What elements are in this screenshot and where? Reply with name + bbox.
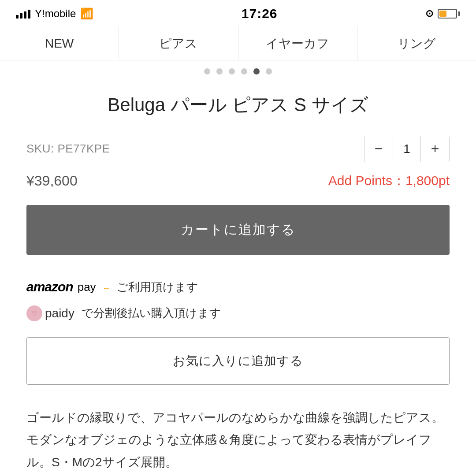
wishlist-button[interactable]: お気に入りに追加する [26, 337, 450, 385]
paidy-text: paidy [45, 306, 74, 320]
dot-3[interactable] [229, 68, 235, 74]
price-points-row: ¥39,600 Add Points：1,800pt [26, 172, 450, 190]
dot-2[interactable] [216, 68, 223, 74]
carrier-label: Y!mobile [35, 7, 76, 20]
amazon-text: amazon [26, 279, 73, 294]
status-bar: Y!mobile 📶 17:26 ⊙ [0, 0, 476, 26]
amazon-pay-label: ご利用頂けます [116, 279, 198, 295]
amazon-pay-row: amazon pay ⌣ ご利用頂けます [26, 279, 450, 295]
sku-label: SKU: PE77KPE [26, 142, 110, 156]
dot-6[interactable] [266, 68, 272, 74]
amazon-smile-icon: ⌣ [103, 282, 109, 294]
quantity-decrease-button[interactable]: − [364, 136, 393, 162]
battery-tip [458, 11, 460, 16]
dot-1[interactable] [204, 68, 210, 74]
add-points-label: Add Points：1,800pt [328, 172, 450, 190]
add-to-cart-button[interactable]: カートに追加する [26, 205, 450, 255]
status-right: ⊙ [425, 8, 460, 19]
battery-fill [439, 11, 446, 17]
product-price: ¥39,600 [26, 173, 78, 189]
payment-section: amazon pay ⌣ ご利用頂けます ♡ paidy で分割後払い購入頂けま… [0, 279, 476, 321]
tab-new[interactable]: NEW [0, 27, 119, 59]
screen-rotation-icon: ⊙ [425, 8, 433, 19]
dot-4[interactable] [241, 68, 247, 74]
product-title: Beluga パール ピアス S サイズ [26, 92, 450, 118]
clock: 17:26 [242, 6, 278, 21]
quantity-increase-button[interactable]: + [421, 136, 449, 162]
tab-earcuff[interactable]: イヤーカフ [238, 26, 357, 60]
tab-ring[interactable]: リング [357, 26, 476, 60]
battery-indicator [438, 9, 460, 19]
quantity-control: − 1 + [364, 136, 450, 162]
wifi-icon: 📶 [80, 7, 93, 20]
paidy-label: で分割後払い購入頂けます [82, 305, 221, 321]
product-description: ゴールドの縁取りで、アコヤパールのなめらかな曲線を強調したピアス。モダンなオブジ… [26, 407, 450, 473]
paidy-row: ♡ paidy で分割後払い購入頂けます [26, 305, 450, 321]
quantity-value: 1 [393, 136, 421, 162]
amazon-pay-logo: amazon pay [26, 279, 96, 294]
status-left: Y!mobile 📶 [16, 7, 93, 20]
description-section: ゴールドの縁取りで、アコヤパールのなめらかな曲線を強調したピアス。モダンなオブジ… [0, 407, 476, 476]
product-section: Beluga パール ピアス S サイズ SKU: PE77KPE − 1 + … [0, 79, 476, 279]
dot-5[interactable] [253, 68, 260, 74]
signal-icon [16, 9, 30, 19]
carousel-dots [0, 60, 476, 79]
paidy-icon: ♡ [26, 305, 42, 321]
battery-body [438, 9, 457, 19]
pay-text: pay [78, 280, 96, 294]
svg-text:♡: ♡ [32, 310, 37, 317]
paidy-logo: ♡ paidy [26, 305, 74, 321]
nav-tabs: NEW ピアス イヤーカフ リング [0, 26, 476, 60]
sku-qty-row: SKU: PE77KPE − 1 + [26, 136, 450, 162]
tab-piasu[interactable]: ピアス [119, 26, 238, 60]
